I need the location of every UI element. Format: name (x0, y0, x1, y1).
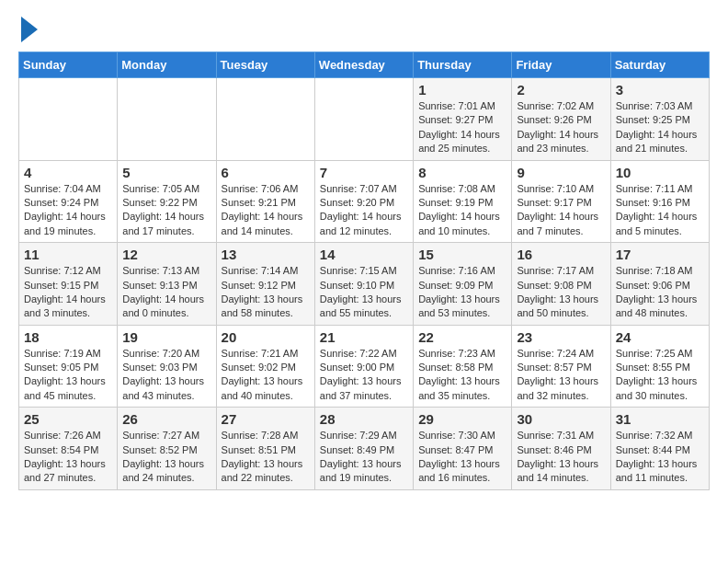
day-info: Sunrise: 7:06 AMSunset: 9:21 PMDaylight:… (222, 182, 310, 239)
calendar-cell: 17Sunrise: 7:18 AMSunset: 9:06 PMDayligh… (610, 243, 709, 326)
day-info: Sunrise: 7:18 AMSunset: 9:06 PMDaylight:… (616, 264, 704, 321)
day-info: Sunrise: 7:23 AMSunset: 8:58 PMDaylight:… (418, 347, 506, 404)
day-number: 18 (24, 329, 112, 345)
calendar-cell: 13Sunrise: 7:14 AMSunset: 9:12 PMDayligh… (216, 243, 314, 326)
day-info: Sunrise: 7:26 AMSunset: 8:54 PMDaylight:… (24, 429, 112, 486)
day-info: Sunrise: 7:19 AMSunset: 9:05 PMDaylight:… (24, 347, 112, 404)
header-day-sunday: Sunday (19, 52, 118, 78)
day-info: Sunrise: 7:13 AMSunset: 9:13 PMDaylight:… (122, 264, 210, 321)
calendar-cell: 21Sunrise: 7:22 AMSunset: 9:00 PMDayligh… (314, 325, 413, 408)
day-info: Sunrise: 7:31 AMSunset: 8:46 PMDaylight:… (517, 429, 605, 486)
day-number: 27 (222, 411, 310, 427)
day-info: Sunrise: 7:04 AMSunset: 9:24 PMDaylight:… (24, 182, 112, 239)
logo (18, 18, 38, 42)
calendar-header: SundayMondayTuesdayWednesdayThursdayFrid… (19, 52, 710, 78)
calendar-cell (216, 78, 314, 161)
header-row: SundayMondayTuesdayWednesdayThursdayFrid… (19, 52, 710, 78)
day-number: 7 (320, 165, 408, 180)
calendar-cell: 26Sunrise: 7:27 AMSunset: 8:52 PMDayligh… (118, 408, 216, 490)
calendar-cell: 4Sunrise: 7:04 AMSunset: 9:24 PMDaylight… (19, 160, 118, 243)
day-number: 26 (122, 411, 210, 427)
calendar-cell: 29Sunrise: 7:30 AMSunset: 8:47 PMDayligh… (414, 408, 512, 490)
day-number: 12 (122, 247, 210, 262)
header-day-saturday: Saturday (610, 52, 709, 78)
calendar-cell: 25Sunrise: 7:26 AMSunset: 8:54 PMDayligh… (19, 408, 118, 490)
day-info: Sunrise: 7:05 AMSunset: 9:22 PMDaylight:… (122, 182, 210, 239)
day-info: Sunrise: 7:25 AMSunset: 8:55 PMDaylight:… (616, 347, 704, 404)
day-number: 25 (24, 411, 112, 427)
day-info: Sunrise: 7:21 AMSunset: 9:02 PMDaylight:… (222, 347, 310, 404)
calendar-cell: 31Sunrise: 7:32 AMSunset: 8:44 PMDayligh… (610, 408, 709, 490)
calendar-cell: 28Sunrise: 7:29 AMSunset: 8:49 PMDayligh… (314, 408, 413, 490)
day-number: 10 (616, 165, 704, 180)
calendar-cell: 30Sunrise: 7:31 AMSunset: 8:46 PMDayligh… (512, 408, 610, 490)
day-info: Sunrise: 7:07 AMSunset: 9:20 PMDaylight:… (320, 182, 408, 239)
header-day-friday: Friday (512, 52, 610, 78)
calendar-cell: 22Sunrise: 7:23 AMSunset: 8:58 PMDayligh… (414, 325, 512, 408)
day-info: Sunrise: 7:22 AMSunset: 9:00 PMDaylight:… (320, 347, 408, 404)
day-info: Sunrise: 7:27 AMSunset: 8:52 PMDaylight:… (122, 429, 210, 486)
day-number: 19 (122, 329, 210, 345)
day-number: 17 (616, 247, 704, 262)
calendar-cell: 5Sunrise: 7:05 AMSunset: 9:22 PMDaylight… (118, 160, 216, 243)
day-number: 30 (517, 411, 605, 427)
calendar-cell: 14Sunrise: 7:15 AMSunset: 9:10 PMDayligh… (314, 243, 413, 326)
day-info: Sunrise: 7:29 AMSunset: 8:49 PMDaylight:… (320, 429, 408, 486)
calendar-cell: 11Sunrise: 7:12 AMSunset: 9:15 PMDayligh… (19, 243, 118, 326)
week-row-1: 1Sunrise: 7:01 AMSunset: 9:27 PMDaylight… (19, 78, 710, 161)
page-container: SundayMondayTuesdayWednesdayThursdayFrid… (0, 0, 728, 500)
day-number: 11 (24, 247, 112, 262)
logo-arrow-icon (21, 17, 38, 42)
calendar-cell: 8Sunrise: 7:08 AMSunset: 9:19 PMDaylight… (414, 160, 512, 243)
day-number: 1 (418, 82, 506, 98)
calendar-cell: 6Sunrise: 7:06 AMSunset: 9:21 PMDaylight… (216, 160, 314, 243)
calendar-cell: 20Sunrise: 7:21 AMSunset: 9:02 PMDayligh… (216, 325, 314, 408)
calendar-cell: 2Sunrise: 7:02 AMSunset: 9:26 PMDaylight… (512, 78, 610, 161)
day-info: Sunrise: 7:20 AMSunset: 9:03 PMDaylight:… (122, 347, 210, 404)
calendar-cell: 9Sunrise: 7:10 AMSunset: 9:17 PMDaylight… (512, 160, 610, 243)
day-info: Sunrise: 7:01 AMSunset: 9:27 PMDaylight:… (418, 99, 506, 156)
calendar-cell: 18Sunrise: 7:19 AMSunset: 9:05 PMDayligh… (19, 325, 118, 408)
day-info: Sunrise: 7:11 AMSunset: 9:16 PMDaylight:… (616, 182, 704, 239)
day-number: 16 (517, 247, 605, 262)
day-number: 8 (418, 165, 506, 180)
day-info: Sunrise: 7:02 AMSunset: 9:26 PMDaylight:… (517, 99, 605, 156)
day-info: Sunrise: 7:24 AMSunset: 8:57 PMDaylight:… (517, 347, 605, 404)
day-info: Sunrise: 7:12 AMSunset: 9:15 PMDaylight:… (24, 264, 112, 321)
calendar-cell: 1Sunrise: 7:01 AMSunset: 9:27 PMDaylight… (414, 78, 512, 161)
day-number: 2 (517, 82, 605, 98)
header-day-monday: Monday (118, 52, 216, 78)
header-day-wednesday: Wednesday (314, 52, 413, 78)
week-row-5: 25Sunrise: 7:26 AMSunset: 8:54 PMDayligh… (19, 408, 710, 490)
day-info: Sunrise: 7:16 AMSunset: 9:09 PMDaylight:… (418, 264, 506, 321)
calendar-cell: 3Sunrise: 7:03 AMSunset: 9:25 PMDaylight… (610, 78, 709, 161)
calendar-cell: 12Sunrise: 7:13 AMSunset: 9:13 PMDayligh… (118, 243, 216, 326)
day-info: Sunrise: 7:32 AMSunset: 8:44 PMDaylight:… (616, 429, 704, 486)
day-number: 28 (320, 411, 408, 427)
header (18, 18, 710, 42)
day-number: 13 (222, 247, 310, 262)
day-number: 20 (222, 329, 310, 345)
calendar-cell (314, 78, 413, 161)
week-row-2: 4Sunrise: 7:04 AMSunset: 9:24 PMDaylight… (19, 160, 710, 243)
calendar-cell: 19Sunrise: 7:20 AMSunset: 9:03 PMDayligh… (118, 325, 216, 408)
calendar-cell (19, 78, 118, 161)
day-number: 9 (517, 165, 605, 180)
header-day-thursday: Thursday (414, 52, 512, 78)
day-info: Sunrise: 7:15 AMSunset: 9:10 PMDaylight:… (320, 264, 408, 321)
day-number: 22 (418, 329, 506, 345)
day-number: 14 (320, 247, 408, 262)
day-number: 15 (418, 247, 506, 262)
day-number: 31 (616, 411, 704, 427)
week-row-3: 11Sunrise: 7:12 AMSunset: 9:15 PMDayligh… (19, 243, 710, 326)
calendar-cell: 23Sunrise: 7:24 AMSunset: 8:57 PMDayligh… (512, 325, 610, 408)
day-number: 5 (122, 165, 210, 180)
week-row-4: 18Sunrise: 7:19 AMSunset: 9:05 PMDayligh… (19, 325, 710, 408)
calendar-cell: 16Sunrise: 7:17 AMSunset: 9:08 PMDayligh… (512, 243, 610, 326)
day-info: Sunrise: 7:10 AMSunset: 9:17 PMDaylight:… (517, 182, 605, 239)
calendar-body: 1Sunrise: 7:01 AMSunset: 9:27 PMDaylight… (19, 78, 710, 490)
calendar-cell: 7Sunrise: 7:07 AMSunset: 9:20 PMDaylight… (314, 160, 413, 243)
calendar-cell: 24Sunrise: 7:25 AMSunset: 8:55 PMDayligh… (610, 325, 709, 408)
day-number: 23 (517, 329, 605, 345)
day-info: Sunrise: 7:30 AMSunset: 8:47 PMDaylight:… (418, 429, 506, 486)
